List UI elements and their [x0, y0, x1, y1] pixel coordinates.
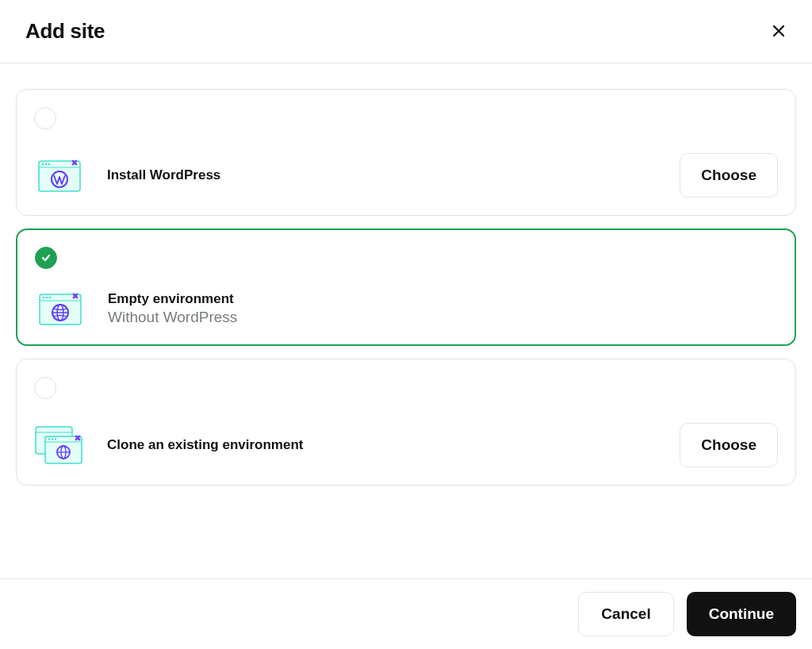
option-install-wordpress[interactable]: Install WordPress Choose [16, 89, 796, 216]
radio-checked-icon [35, 247, 57, 269]
option-body: Clone an existing environment Choose [34, 423, 778, 467]
continue-button[interactable]: Continue [687, 592, 796, 636]
radio-unchecked-icon [34, 107, 56, 129]
choose-button-label: Choose [701, 436, 756, 454]
radio-unchecked-icon [34, 377, 56, 399]
clone-browser-icon [34, 426, 85, 464]
close-button[interactable] [768, 21, 790, 43]
option-clone-environment[interactable]: Clone an existing environment Choose [16, 359, 796, 486]
option-title: Clone an existing environment [107, 437, 657, 453]
option-body: Empty environment Without WordPress [35, 290, 777, 328]
svg-point-10 [49, 297, 52, 299]
option-title: Empty environment [108, 291, 777, 307]
option-empty-environment[interactable]: Empty environment Without WordPress [16, 228, 796, 346]
option-title: Install WordPress [107, 167, 657, 183]
dialog-header: Add site [0, 0, 812, 63]
cancel-button[interactable]: Cancel [578, 592, 673, 636]
option-labels: Install WordPress [107, 167, 657, 183]
svg-point-4 [48, 163, 51, 166]
close-icon [772, 23, 785, 40]
choose-button[interactable]: Choose [680, 423, 778, 467]
cancel-button-label: Cancel [601, 605, 650, 623]
svg-point-20 [55, 438, 56, 440]
globe-browser-icon [35, 290, 86, 328]
dialog-title: Add site [25, 19, 105, 44]
choose-button-label: Choose [701, 167, 756, 184]
svg-point-9 [46, 297, 48, 299]
dialog-footer: Cancel Continue [0, 578, 812, 649]
continue-button-label: Continue [709, 605, 774, 623]
svg-point-19 [52, 438, 53, 440]
option-labels: Empty environment Without WordPress [108, 291, 777, 326]
svg-point-18 [48, 438, 50, 440]
option-subtitle: Without WordPress [108, 309, 777, 326]
svg-point-2 [42, 163, 44, 166]
option-body: Install WordPress Choose [34, 153, 778, 198]
choose-button[interactable]: Choose [680, 153, 778, 198]
wordpress-browser-icon [34, 156, 85, 194]
svg-point-8 [43, 297, 45, 299]
option-labels: Clone an existing environment [107, 437, 657, 453]
svg-point-3 [45, 163, 48, 166]
options-list: Install WordPress Choose [0, 63, 812, 486]
